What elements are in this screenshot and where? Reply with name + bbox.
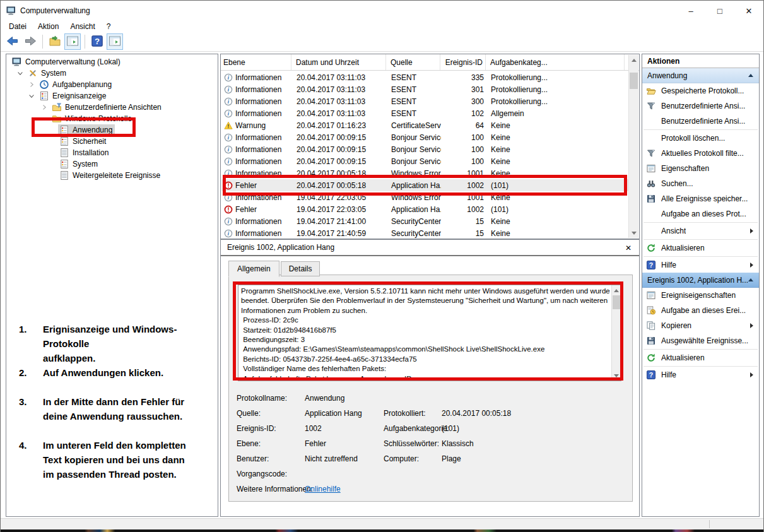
column-header-2[interactable]: Quelle <box>386 54 440 70</box>
action-item-eigenschaften[interactable]: Eigenschaften <box>642 161 759 176</box>
action-item-aktualisieren[interactable]: Aktualisieren <box>642 240 759 256</box>
event-row-8[interactable]: iInformationen20.04.2017 00:05:18Windows… <box>221 167 628 179</box>
menu-item-datei[interactable]: Datei <box>3 21 32 32</box>
action-item-label: Benutzerdefinierte Ansi... <box>661 117 745 126</box>
action-item-label: Ansicht <box>661 227 686 235</box>
help-button[interactable]: ? <box>89 33 105 50</box>
event-row-10[interactable]: iInformationen19.04.2017 22:03:05Windows… <box>221 191 628 203</box>
chevron-down-icon[interactable] <box>38 114 50 124</box>
tree-item-benutzerdefinierte-ansichten[interactable]: Benutzerdefinierte Ansichten <box>6 102 218 113</box>
event-description-box[interactable]: Programm ShellShockLive.exe, Version 5.5… <box>238 285 621 381</box>
forward-button[interactable] <box>22 33 38 50</box>
scroll-up-icon[interactable] <box>612 285 621 295</box>
collapse-up-icon[interactable] <box>748 278 753 281</box>
tab-details[interactable]: Details <box>281 261 320 276</box>
action-item-aufgabe-an-dieses-erei[interactable]: Aufgabe an dieses Erei... <box>642 303 759 318</box>
instruction-number: 4. <box>13 438 43 482</box>
close-preview-icon[interactable]: ✕ <box>623 242 634 254</box>
toolbar-separator <box>42 35 43 49</box>
tree-item-ereignisanzeige[interactable]: Ereignisanzeige <box>6 90 218 102</box>
console-tree-toggle-button[interactable] <box>64 33 81 50</box>
tab-allgemein[interactable]: Allgemein <box>228 261 279 277</box>
event-row-7[interactable]: iInformationen20.04.2017 00:09:15Bonjour… <box>221 155 628 167</box>
chevron-right-icon[interactable] <box>38 102 50 112</box>
scrollbar-thumb[interactable] <box>613 295 620 309</box>
action-item-alle-ereignisse-speicher[interactable]: Alle Ereignisse speicher... <box>642 191 759 206</box>
column-header-3[interactable]: Ereignis-ID <box>440 54 486 70</box>
tree-item-sicherheit[interactable]: Sicherheit <box>6 136 218 147</box>
event-row-6[interactable]: iInformationen20.04.2017 00:09:15Bonjour… <box>221 143 628 155</box>
minimize-button[interactable]: – <box>676 1 705 21</box>
action-item-ereigniseigenschaften[interactable]: Ereigniseigenschaften <box>642 288 759 303</box>
event-row-2[interactable]: iInformationen20.04.2017 03:11:03ESENT30… <box>221 95 628 107</box>
event-row-selected[interactable]: Fehler20.04.2017 00:05:18Application Ha.… <box>221 179 628 191</box>
actions-section-header-1[interactable]: Ereignis 1002, Application H... <box>642 273 759 288</box>
onlinehilfe-link[interactable]: Onlinehilfe <box>305 485 341 494</box>
scroll-down-icon[interactable] <box>629 228 638 238</box>
event-level: Informationen <box>235 229 281 238</box>
event-row-3[interactable]: iInformationen20.04.2017 03:11:03ESENT10… <box>221 107 628 119</box>
tree-item-installation[interactable]: Installation <box>6 147 218 158</box>
chevron-right-icon[interactable] <box>25 80 38 90</box>
menu-item-ansicht[interactable]: Ansicht <box>64 21 100 32</box>
event-list-rows: iInformationen20.04.2017 03:11:03ESENT33… <box>221 71 628 238</box>
column-header-4[interactable]: Aufgabenkateg... <box>486 54 625 70</box>
description-scrollbar[interactable] <box>611 285 621 381</box>
action-item-kopieren[interactable]: Kopieren <box>642 318 759 333</box>
expander-slot <box>45 159 58 169</box>
scroll-down-icon[interactable] <box>612 370 621 381</box>
column-header-0[interactable]: Ebene <box>221 54 291 70</box>
menu-item-help[interactable]: ? <box>101 21 117 32</box>
actions-section-header-0[interactable]: Anwendung <box>642 68 759 83</box>
tree-item-system[interactable]: System <box>6 68 218 79</box>
tree-item-label: Installation <box>73 148 109 157</box>
action-item-gespeicherte-protokoll[interactable]: Gespeicherte Protokoll... <box>642 83 759 98</box>
event-row-5[interactable]: iInformationen20.04.2017 00:09:15Bonjour… <box>221 131 628 143</box>
event-row-1[interactable]: iInformationen20.04.2017 03:11:03ESENT30… <box>221 83 628 95</box>
submenu-arrow-icon <box>750 263 753 268</box>
close-button[interactable]: ✕ <box>734 1 763 21</box>
tree-item-system[interactable]: System <box>6 158 218 170</box>
event-source: ESENT <box>387 97 441 106</box>
action-item-aufgabe-an-dieses-prot[interactable]: Aufgabe an dieses Prot... <box>642 206 759 222</box>
chevron-down-icon[interactable] <box>25 91 38 101</box>
event-row-12[interactable]: iInformationen19.04.2017 21:41:00Securit… <box>221 215 628 227</box>
menu-item-aktion[interactable]: Aktion <box>32 21 64 32</box>
tree-item-computerverwaltung-lokal-[interactable]: Computerverwaltung (Lokal) <box>6 56 218 68</box>
collapse-up-icon[interactable] <box>748 74 753 77</box>
maximize-button[interactable]: □ <box>705 1 734 21</box>
column-header-1[interactable]: Datum und Uhrzeit <box>291 54 386 70</box>
action-item-hilfe[interactable]: ?Hilfe <box>642 257 759 273</box>
action-pane-toggle-button[interactable] <box>107 33 123 50</box>
action-item-ansicht[interactable]: Ansicht <box>642 223 759 239</box>
event-list-scrollbar[interactable] <box>628 55 638 238</box>
chevron-down-icon[interactable] <box>14 68 26 78</box>
actions-pane: Aktionen AnwendungGespeicherte Protokoll… <box>642 54 760 517</box>
scroll-up-icon[interactable] <box>629 55 638 65</box>
event-row-11[interactable]: Fehler19.04.2017 22:03:05Application Ha.… <box>221 203 628 215</box>
action-item-benutzerdefinierte-ansi[interactable]: Benutzerdefinierte Ansi... <box>642 98 759 114</box>
action-item-label: Ausgewählte Ereignisse... <box>661 336 748 345</box>
action-item-benutzerdefinierte-ansi[interactable]: Benutzerdefinierte Ansi... <box>642 114 759 129</box>
tree-item-weitergeleitete-ereignisse[interactable]: Weitergeleitete Ereignisse <box>6 170 218 181</box>
tree-item-aufgabenplanung[interactable]: Aufgabenplanung <box>6 79 218 90</box>
scrollbar-thumb[interactable] <box>630 73 638 89</box>
action-item-ausgew-hlte-ereignisse[interactable]: Ausgewählte Ereignisse... <box>642 333 759 348</box>
action-item-suchen[interactable]: Suchen... <box>642 176 759 191</box>
event-row-13[interactable]: iInformationen19.04.2017 21:40:59Securit… <box>221 227 628 238</box>
action-item-aktuelles-protokoll-filte[interactable]: Aktuelles Protokoll filte... <box>642 146 759 161</box>
back-button[interactable] <box>4 33 21 50</box>
back-arrow-icon <box>6 35 19 49</box>
console-tree-icon <box>66 35 79 49</box>
tree-item-anwendung[interactable]: Anwendung <box>6 124 218 136</box>
export-list-button[interactable] <box>47 33 63 50</box>
action-item-protokoll-l-schen[interactable]: Protokoll löschen... <box>642 131 759 146</box>
action-item-aktualisieren[interactable]: Aktualisieren <box>642 350 759 365</box>
event-row-4[interactable]: Warnung20.04.2017 01:16:23CertificateSer… <box>221 119 628 131</box>
action-item-hilfe[interactable]: ?Hilfe <box>642 367 759 382</box>
event-row-0[interactable]: iInformationen20.04.2017 03:11:03ESENT33… <box>221 71 628 83</box>
field-label: Ereignis-ID: <box>237 424 305 433</box>
tree-item-windows-protokolle[interactable]: Windows-Protokolle <box>6 113 218 124</box>
event-level: Informationen <box>235 217 281 226</box>
event-id: 1001 <box>441 193 486 202</box>
